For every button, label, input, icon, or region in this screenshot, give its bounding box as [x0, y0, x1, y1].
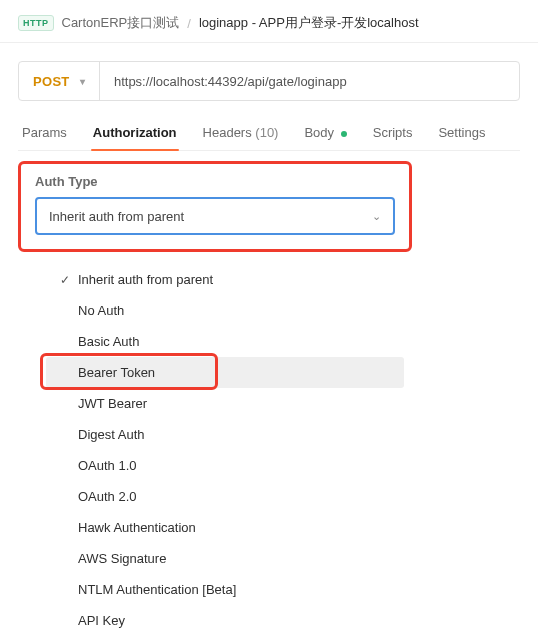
- auth-option-label: OAuth 2.0: [74, 489, 137, 504]
- url-input[interactable]: https://localhost:44392/api/gate/loginap…: [100, 62, 519, 100]
- tab-authorization[interactable]: Authorization: [91, 115, 179, 150]
- auth-type-select[interactable]: Inherit auth from parent ⌄: [35, 197, 395, 235]
- auth-option-label: NTLM Authentication [Beta]: [74, 582, 236, 597]
- request-url-row: POST ▾ https://localhost:44392/api/gate/…: [18, 61, 520, 101]
- auth-option-label: Digest Auth: [74, 427, 145, 442]
- auth-type-selected-value: Inherit auth from parent: [49, 209, 184, 224]
- tab-body[interactable]: Body: [302, 115, 348, 150]
- http-method-value: POST: [33, 74, 70, 89]
- breadcrumb-collection[interactable]: CartonERP接口测试: [62, 14, 180, 32]
- auth-option[interactable]: Basic Auth: [46, 326, 404, 357]
- auth-option-label: JWT Bearer: [74, 396, 147, 411]
- auth-option[interactable]: Bearer Token: [46, 357, 404, 388]
- tab-params[interactable]: Params: [20, 115, 69, 150]
- chevron-down-icon: ⌄: [372, 210, 381, 223]
- breadcrumb-separator: /: [187, 16, 191, 31]
- tab-scripts[interactable]: Scripts: [371, 115, 415, 150]
- auth-option-label: Bearer Token: [74, 365, 155, 380]
- auth-type-label: Auth Type: [35, 174, 395, 189]
- auth-option[interactable]: ✓Inherit auth from parent: [46, 264, 404, 295]
- auth-option-label: AWS Signature: [74, 551, 166, 566]
- auth-option-label: Basic Auth: [74, 334, 139, 349]
- auth-option-label: Inherit auth from parent: [74, 272, 213, 287]
- request-tabs: Params Authorization Headers (10) Body S…: [18, 115, 520, 151]
- auth-option[interactable]: Digest Auth: [46, 419, 404, 450]
- auth-option-label: API Key: [74, 613, 125, 628]
- auth-option[interactable]: OAuth 2.0: [46, 481, 404, 512]
- auth-option-label: OAuth 1.0: [74, 458, 137, 473]
- chevron-down-icon: ▾: [80, 76, 85, 87]
- http-badge-icon: HTTP: [18, 15, 54, 31]
- auth-option[interactable]: No Auth: [46, 295, 404, 326]
- breadcrumb: HTTP CartonERP接口测试 / loginapp - APP用户登录-…: [0, 0, 538, 42]
- auth-type-dropdown: ✓Inherit auth from parentNo AuthBasic Au…: [46, 264, 404, 629]
- auth-option[interactable]: Hawk Authentication: [46, 512, 404, 543]
- auth-option[interactable]: NTLM Authentication [Beta]: [46, 574, 404, 605]
- auth-option-label: Hawk Authentication: [74, 520, 196, 535]
- auth-option[interactable]: OAuth 1.0: [46, 450, 404, 481]
- tab-headers-count: (10): [255, 125, 278, 140]
- tab-headers[interactable]: Headers (10): [201, 115, 281, 150]
- url-value: https://localhost:44392/api/gate/loginap…: [114, 74, 347, 89]
- http-method-select[interactable]: POST ▾: [19, 62, 100, 100]
- auth-option[interactable]: API Key: [46, 605, 404, 629]
- breadcrumb-request[interactable]: loginapp - APP用户登录-开发localhost: [199, 14, 419, 32]
- auth-option[interactable]: AWS Signature: [46, 543, 404, 574]
- body-modified-dot-icon: [341, 131, 347, 137]
- check-icon: ✓: [56, 273, 74, 287]
- tab-settings[interactable]: Settings: [436, 115, 487, 150]
- tab-headers-label: Headers: [203, 125, 252, 140]
- auth-option[interactable]: JWT Bearer: [46, 388, 404, 419]
- tab-body-label: Body: [304, 125, 334, 140]
- auth-type-highlight: Auth Type Inherit auth from parent ⌄: [18, 161, 412, 252]
- auth-option-label: No Auth: [74, 303, 124, 318]
